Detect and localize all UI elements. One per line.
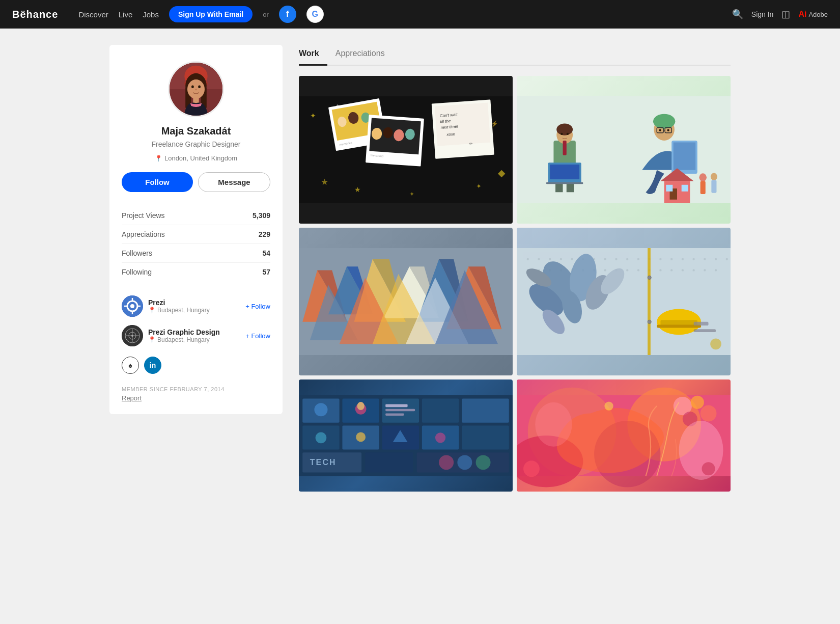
svg-rect-155 — [694, 322, 709, 325]
location-pin-icon: 📍 — [155, 155, 162, 162]
svg-point-60 — [561, 133, 563, 135]
svg-point-10 — [195, 89, 197, 91]
table-row: Followers 54 — [122, 244, 270, 263]
prezi-design-logo-icon — [122, 325, 143, 346]
org-follow-button[interactable]: + Follow — [245, 303, 270, 310]
svg-point-183 — [439, 455, 454, 470]
linkedin-icon[interactable]: in — [144, 357, 161, 374]
svg-text:✦: ✦ — [476, 182, 482, 190]
svg-text:★: ★ — [354, 185, 361, 194]
signup-google-button[interactable]: G — [306, 6, 324, 23]
report-link[interactable]: Report — [122, 394, 270, 402]
tab-work[interactable]: Work — [299, 45, 327, 66]
svg-point-176 — [356, 432, 366, 442]
stat-value: 5,309 — [227, 206, 270, 225]
projects-bottom: TECH — [299, 379, 731, 492]
svg-point-111 — [604, 258, 606, 260]
svg-text:★: ★ — [321, 177, 328, 187]
svg-point-154 — [648, 320, 651, 323]
nav-or-text: or — [263, 11, 269, 18]
signup-email-button[interactable]: Sign Up With Email — [169, 6, 253, 22]
svg-text:xoxo: xoxo — [446, 132, 456, 137]
profile-title: Freelance Graphic Designer — [122, 140, 270, 148]
project-card[interactable] — [517, 76, 731, 224]
project-card[interactable] — [517, 228, 731, 375]
svg-point-108 — [571, 258, 573, 260]
follow-button[interactable]: Follow — [122, 172, 193, 192]
svg-point-157 — [710, 338, 721, 349]
adobe-logo: Ai Adobe — [798, 10, 828, 19]
org-list: Prezi 📍Budapest, Hungary + Follow — [122, 295, 270, 346]
list-item: Prezi 📍Budapest, Hungary + Follow — [122, 295, 270, 317]
project-thumbnail — [517, 76, 731, 224]
svg-point-195 — [679, 421, 723, 480]
avatar-illustration — [170, 61, 222, 117]
tab-appreciations[interactable]: Appreciations — [335, 45, 393, 66]
project-card[interactable] — [299, 228, 513, 375]
svg-text:TECH: TECH — [310, 458, 337, 467]
stat-label: Followers — [122, 244, 227, 263]
nav-jobs[interactable]: Jobs — [143, 10, 159, 19]
nav-discover[interactable]: Discover — [78, 10, 108, 19]
svg-text:✦: ✦ — [310, 112, 316, 120]
svg-rect-168 — [385, 414, 404, 416]
svg-point-71 — [659, 129, 661, 131]
stat-label: Project Views — [122, 206, 227, 225]
svg-point-121 — [715, 258, 717, 260]
org-follow-button[interactable]: + Follow — [245, 332, 270, 340]
svg-rect-167 — [385, 409, 415, 411]
prezi-logo-icon — [122, 295, 143, 317]
location-pin-icon: 📍 — [148, 307, 156, 314]
search-icon[interactable]: 🔍 — [732, 9, 743, 20]
project-card[interactable]: ✦ ⚡ ★ ✦ ✦ ✦ memories — [299, 76, 513, 224]
table-row: Following 57 — [122, 263, 270, 282]
svg-rect-166 — [385, 404, 407, 407]
org-location: 📍Budapest, Hungary — [148, 336, 240, 343]
avatar-wrap — [122, 61, 270, 117]
svg-point-178 — [435, 432, 445, 443]
signin-link[interactable]: Sign In — [751, 10, 774, 18]
svg-point-135 — [659, 269, 661, 271]
svg-point-8 — [191, 85, 194, 88]
org-info: Prezi Graphic Design 📍Budapest, Hungary — [148, 328, 240, 343]
svg-point-198 — [702, 462, 715, 475]
svg-point-153 — [648, 276, 651, 279]
svg-point-193 — [701, 405, 717, 422]
stat-label: Appreciations — [122, 225, 227, 244]
svg-point-117 — [670, 258, 673, 260]
stat-value: 54 — [227, 244, 270, 263]
svg-point-72 — [667, 129, 669, 131]
svg-point-9 — [198, 85, 201, 88]
svg-rect-174 — [462, 425, 509, 449]
nav-links: Discover Live Jobs — [78, 10, 159, 19]
signup-facebook-button[interactable]: f — [279, 6, 296, 23]
member-since: MEMBER SINCE FEBRUARY 7, 2014 — [122, 386, 270, 392]
svg-text:✦: ✦ — [409, 191, 414, 197]
org-name: Prezi Graphic Design — [148, 328, 240, 336]
dribbble-icon[interactable]: ♠ — [122, 357, 139, 374]
nav-live[interactable]: Live — [119, 10, 133, 19]
svg-point-136 — [670, 269, 673, 271]
svg-rect-64 — [550, 165, 579, 179]
svg-point-185 — [476, 455, 491, 470]
social-links: ♠ in — [122, 357, 270, 374]
svg-point-139 — [704, 269, 706, 271]
content-tabs: Work Appreciations — [299, 45, 731, 66]
grid-icon[interactable]: ◫ — [781, 9, 790, 20]
svg-point-197 — [604, 401, 613, 410]
message-button[interactable]: Message — [198, 172, 270, 192]
svg-rect-149 — [648, 248, 651, 355]
project-thumbnail — [299, 228, 513, 375]
project-card[interactable] — [517, 379, 731, 492]
svg-rect-46 — [435, 103, 490, 146]
svg-rect-79 — [682, 185, 688, 192]
svg-point-130 — [604, 269, 606, 271]
svg-point-82 — [711, 173, 717, 180]
nav-right: 🔍 Sign In ◫ Ai Adobe — [732, 9, 828, 20]
site-logo[interactable]: Bëhance — [12, 9, 58, 20]
svg-rect-156 — [694, 329, 716, 332]
org-avatar-prezi-design[interactable] — [122, 325, 143, 346]
project-thumbnail: TECH — [299, 379, 513, 492]
project-card[interactable]: TECH — [299, 379, 513, 492]
org-avatar-prezi[interactable] — [122, 295, 143, 317]
